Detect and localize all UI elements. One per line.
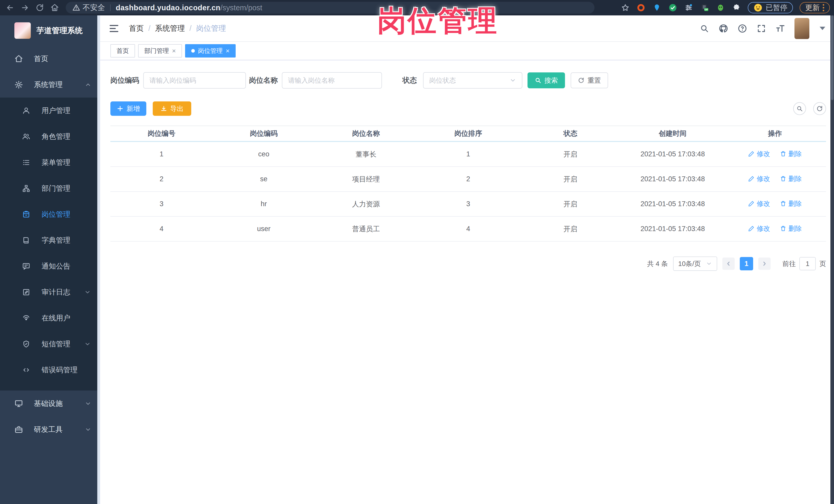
sidebar: 芋道管理系统 首页 系统管理 bbox=[0, 16, 100, 504]
fullscreen-icon[interactable] bbox=[756, 24, 766, 34]
sidebar-item-system[interactable]: 系统管理 bbox=[0, 72, 100, 97]
close-icon[interactable]: × bbox=[172, 47, 176, 55]
prev-page-button[interactable] bbox=[722, 258, 735, 270]
scrollbar-thumb[interactable] bbox=[831, 16, 833, 100]
next-page-button[interactable] bbox=[758, 258, 771, 270]
profile-paused-badge[interactable]: 已暂停 bbox=[748, 2, 793, 13]
page-scrollbar[interactable] bbox=[830, 16, 834, 504]
sidebar-item-dict-mgmt[interactable]: 字典管理 bbox=[0, 227, 100, 253]
sidebar-item-label: 基础设施 bbox=[34, 399, 63, 409]
post-name-input[interactable] bbox=[282, 72, 382, 89]
export-button[interactable]: 导出 bbox=[153, 102, 191, 116]
announcement-icon bbox=[22, 262, 30, 270]
page-size-select[interactable]: 10条/页 bbox=[673, 257, 717, 271]
font-size-icon[interactable] bbox=[775, 24, 785, 34]
bookmark-star-icon[interactable] bbox=[621, 3, 630, 12]
edit-link[interactable]: 修改 bbox=[748, 149, 770, 158]
tab-post-mgmt[interactable]: 岗位管理 × bbox=[185, 44, 236, 58]
extension-gif-icon[interactable]: GIF bbox=[700, 3, 709, 12]
avatar-caret-icon[interactable] bbox=[820, 27, 825, 30]
sidebar-item-dev-tools[interactable]: 研发工具 bbox=[0, 416, 100, 442]
github-icon[interactable] bbox=[719, 24, 728, 34]
sidebar-item-error-code[interactable]: 错误码管理 bbox=[0, 357, 100, 383]
refresh-icon bbox=[578, 77, 585, 84]
sidebar-item-label: 短信管理 bbox=[42, 339, 70, 349]
delete-link[interactable]: 删除 bbox=[780, 224, 802, 233]
refresh-icon bbox=[816, 105, 823, 112]
page-unit-label: 页 bbox=[819, 259, 826, 268]
search-icon[interactable] bbox=[700, 24, 709, 34]
table-header-row: 岗位编号 岗位编码 岗位名称 岗位排序 状态 创建时间 操作 bbox=[110, 126, 826, 142]
sidebar-item-dept-mgmt[interactable]: 部门管理 bbox=[0, 175, 100, 201]
chevron-down-icon bbox=[85, 400, 91, 407]
delete-link[interactable]: 删除 bbox=[780, 149, 802, 158]
sidebar-item-user-mgmt[interactable]: 用户管理 bbox=[0, 97, 100, 124]
extension-alien-icon[interactable] bbox=[716, 3, 725, 12]
cell-id: 3 bbox=[110, 200, 213, 208]
not-secure-warning-icon bbox=[72, 4, 80, 12]
sidebar-item-announcement[interactable]: 通知公告 bbox=[0, 253, 100, 279]
chevron-down-icon bbox=[706, 261, 712, 267]
browser-menu-icon[interactable] bbox=[823, 4, 824, 11]
search-button[interactable]: 搜索 bbox=[527, 72, 565, 88]
status-label: 状态 bbox=[402, 75, 417, 85]
security-label[interactable]: 不安全 bbox=[83, 3, 105, 13]
page-number-button[interactable]: 1 bbox=[740, 257, 753, 270]
delete-link[interactable]: 删除 bbox=[780, 174, 802, 183]
tab-home[interactable]: 首页 bbox=[110, 44, 135, 58]
edit-link[interactable]: 修改 bbox=[748, 199, 770, 208]
breadcrumb-home[interactable]: 首页 bbox=[129, 23, 144, 34]
top-navbar: 首页 / 系统管理 / 岗位管理 bbox=[100, 16, 834, 42]
status-select[interactable]: 岗位状态 bbox=[423, 72, 522, 89]
sidebar-item-label: 通知公告 bbox=[42, 261, 70, 271]
sidebar-item-home[interactable]: 首页 bbox=[0, 46, 100, 72]
help-icon[interactable] bbox=[738, 24, 747, 34]
edit-link[interactable]: 修改 bbox=[748, 174, 770, 183]
breadcrumb-system[interactable]: 系统管理 bbox=[155, 23, 185, 34]
post-code-input[interactable] bbox=[143, 72, 246, 89]
search-form: 岗位编码 岗位名称 状态 岗位状态 搜索 bbox=[110, 72, 826, 89]
sidebar-item-infrastructure[interactable]: 基础设施 bbox=[0, 391, 100, 416]
post-badge-icon bbox=[22, 210, 30, 219]
delete-link[interactable]: 删除 bbox=[780, 199, 802, 208]
forward-icon[interactable] bbox=[21, 3, 29, 12]
extension-blue-pin-icon[interactable] bbox=[652, 3, 661, 12]
search-icon bbox=[796, 105, 803, 112]
sidebar-item-online-users[interactable]: 在线用户 bbox=[0, 305, 100, 331]
hide-search-button[interactable] bbox=[793, 102, 806, 115]
url-path[interactable]: /system/post bbox=[220, 4, 262, 12]
cell-code: user bbox=[213, 225, 315, 233]
reset-button[interactable]: 重置 bbox=[571, 72, 608, 88]
goto-page-input[interactable] bbox=[799, 257, 816, 270]
tab-dept-mgmt[interactable]: 部门管理 × bbox=[138, 44, 182, 58]
edit-link[interactable]: 修改 bbox=[748, 224, 770, 233]
address-bar[interactable]: 不安全 dashboard.yudao.iocoder.cn /system/p… bbox=[66, 2, 594, 14]
column-header: 创建时间 bbox=[621, 129, 724, 138]
close-icon[interactable]: × bbox=[226, 47, 229, 55]
collapse-menu-icon[interactable] bbox=[109, 23, 119, 34]
home-icon[interactable] bbox=[50, 3, 59, 12]
system-submenu: 用户管理 角色管理 菜单管理 bbox=[0, 97, 100, 391]
extensions-puzzle-icon[interactable] bbox=[732, 3, 741, 12]
sidebar-item-post-mgmt[interactable]: 岗位管理 bbox=[0, 201, 100, 227]
back-icon[interactable] bbox=[6, 3, 14, 12]
extension-sliders-icon[interactable] bbox=[684, 3, 693, 12]
url-host[interactable]: dashboard.yudao.iocoder.cn bbox=[116, 4, 220, 12]
extension-green-check-icon[interactable] bbox=[668, 3, 677, 12]
user-avatar[interactable] bbox=[794, 18, 809, 39]
refresh-button[interactable] bbox=[813, 102, 826, 115]
sidebar-item-audit-log[interactable]: 审计日志 bbox=[0, 279, 100, 305]
sidebar-item-sms-mgmt[interactable]: 短信管理 bbox=[0, 331, 100, 357]
sidebar-item-role-mgmt[interactable]: 角色管理 bbox=[0, 124, 100, 149]
breadcrumb-separator: / bbox=[190, 24, 192, 32]
table-row: 4 user 普通员工 4 开启 2021-01-05 17:03:48 修改 … bbox=[110, 217, 826, 242]
cell-code: se bbox=[213, 175, 315, 183]
reload-icon[interactable] bbox=[36, 3, 44, 12]
browser-update-button[interactable]: 更新 bbox=[799, 2, 830, 13]
error-code-icon bbox=[22, 366, 30, 374]
extension-orange-ring-icon[interactable] bbox=[636, 3, 645, 12]
sidebar-scrollbar[interactable] bbox=[97, 16, 100, 504]
sidebar-item-menu-mgmt[interactable]: 菜单管理 bbox=[0, 149, 100, 175]
add-button[interactable]: 新增 bbox=[110, 102, 146, 116]
app-logo-row[interactable]: 芋道管理系统 bbox=[0, 16, 100, 46]
